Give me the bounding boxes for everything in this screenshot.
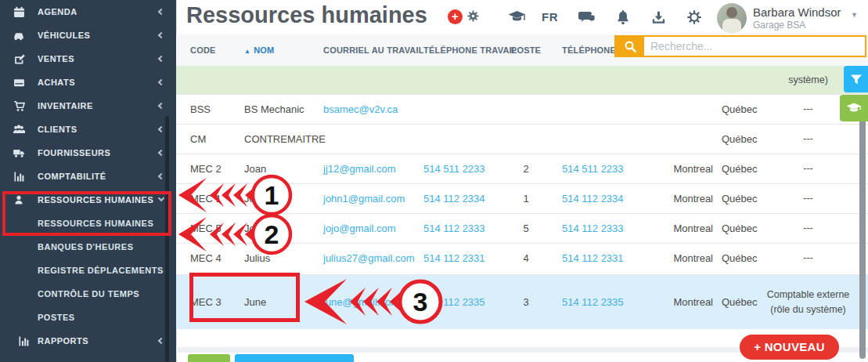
add-record-button[interactable]: + [448, 9, 463, 24]
sidebar: AGENDA VÉHICULES VENTES ACHATS INVENTAIR… [0, 0, 176, 362]
sidebar-item-inventaire[interactable]: INVENTAIRE [0, 94, 176, 118]
bell-icon[interactable] [614, 9, 632, 30]
chevron-left-icon [158, 9, 164, 15]
table-row-partial[interactable]: système) [176, 66, 868, 94]
role-cell-fragment: système) [759, 73, 857, 87]
page-settings-gear-icon[interactable] [466, 9, 480, 26]
sidebar-item-comptabilite[interactable]: COMPTABILITÉ [0, 165, 176, 188]
sort-ascending-icon: ▲ [244, 48, 250, 55]
sidebar-item-vehicules[interactable]: VÉHICULES [0, 24, 176, 47]
user-name[interactable]: Barbara Windsor [753, 5, 841, 19]
funnel-icon [850, 74, 863, 85]
sidebar-item-label: AGENDA [38, 7, 77, 16]
user-menu-caret-icon[interactable]: ▼ [851, 11, 858, 19]
sidebar-item-label: COMPTABILITÉ [38, 172, 106, 181]
search-button[interactable] [616, 37, 644, 56]
cell-phone-link[interactable]: 514 112 2334 [545, 193, 634, 205]
column-header-telephone-travail[interactable]: TÉLÉPHONE TRAVAIL [423, 45, 507, 55]
work-phone-link[interactable]: 514 112 2331 [423, 252, 507, 264]
cell-phone-link[interactable]: 514 112 2331 [545, 252, 634, 264]
sidebar-item-label: CLIENTS [38, 125, 77, 134]
search-icon [624, 40, 637, 53]
cell-phone-link[interactable]: 514 112 2335 [545, 296, 634, 308]
column-header-code[interactable]: CODE [190, 45, 244, 55]
truck-icon [13, 147, 25, 159]
cell-phone-link[interactable]: 514 511 2233 [545, 163, 634, 175]
table-row[interactable]: MEC 3 June june@gmail.com 514 112 2335 3… [176, 274, 868, 329]
sidebar-item-rapports[interactable]: RAPPORTS [0, 329, 176, 353]
sidebar-item-agenda[interactable]: AGENDA [0, 0, 176, 24]
sidebar-subitem-ressources-humaines[interactable]: RESSOURCES HUMAINES [0, 212, 176, 235]
cart-icon [13, 100, 25, 112]
filter-button[interactable] [844, 66, 868, 92]
car-icon [13, 29, 25, 42]
table-row[interactable]: CM CONTREMAITRE Québec --- [176, 124, 868, 154]
training-button[interactable] [840, 95, 868, 121]
work-phone-link[interactable]: 514 112 2333 [423, 223, 507, 234]
sidebar-item-label: VENTES [38, 54, 74, 63]
work-phone-link[interactable]: 514 112 2335 [423, 296, 507, 308]
sidebar-subitem-controle-du-temps[interactable]: CONTRÔLE DU TEMPS [0, 282, 176, 306]
chevron-left-icon [158, 32, 164, 38]
training-cap-icon[interactable] [507, 9, 527, 29]
user-company: Garage BSA [753, 20, 805, 31]
sidebar-item-label: FOURNISSEURS [38, 148, 110, 157]
chevron-down-icon [158, 195, 164, 201]
table-row[interactable]: MEC 1 John john1@gmail.com 514 112 2334 … [176, 183, 868, 213]
sidebar-subitem-banques-dheures[interactable]: BANQUES D'HEURES [0, 235, 176, 259]
users-icon [13, 123, 25, 136]
column-header-nom[interactable]: ▲NOM [244, 45, 323, 55]
sidebar-item-clients[interactable]: CLIENTS [0, 118, 176, 141]
edit-icon [13, 52, 25, 65]
sidebar-item-fournisseurs[interactable]: FOURNISSEURS [0, 141, 176, 165]
column-header-courriel[interactable]: COURRIEL AU TRAVAIL [323, 45, 423, 55]
column-header-poste[interactable]: POSTE [507, 45, 545, 55]
email-link[interactable]: bsamec@v2v.ca [323, 103, 423, 115]
email-link[interactable]: june@gmail.com [323, 296, 423, 308]
table-body: système) BSS BS Mechanic bsamec@v2v.ca Q… [176, 66, 868, 329]
new-record-button[interactable]: + NOUVEAU [740, 335, 839, 360]
table-row[interactable]: BSS BS Mechanic bsamec@v2v.ca Québec --- [176, 94, 868, 124]
email-link[interactable]: jj12@gmail.com [323, 163, 423, 175]
table-scrollbar[interactable] [859, 96, 866, 359]
work-phone-link[interactable]: 514 112 2334 [423, 193, 507, 205]
person-icon [13, 194, 25, 206]
table-row[interactable]: MEC 2 Joan jj12@gmail.com 514 511 2233 2… [176, 154, 868, 183]
sidebar-item-label: RESSOURCES HUMAINES [38, 195, 153, 205]
sidebar-item-label: INVENTAIRE [38, 101, 93, 110]
chevron-left-icon [158, 150, 164, 156]
chevron-left-icon [158, 79, 164, 85]
cell-phone-link[interactable]: 514 112 2333 [545, 223, 634, 234]
export-blue-button[interactable] [235, 354, 354, 362]
work-phone-link[interactable]: 514 511 2233 [423, 163, 507, 175]
chevron-left-icon [158, 338, 164, 344]
sidebar-scrollbar[interactable] [165, 116, 169, 362]
email-link[interactable]: john1@gmail.com [323, 193, 423, 205]
sidebar-item-ventes[interactable]: VENTES [0, 47, 176, 71]
chevron-left-icon [158, 56, 164, 62]
settings-gear-icon[interactable] [686, 9, 703, 29]
sidebar-item-label: ACHATS [38, 78, 75, 87]
download-icon[interactable] [650, 9, 668, 30]
search-box [614, 35, 866, 57]
bar-chart-icon [17, 335, 30, 347]
chevron-left-icon [158, 103, 164, 109]
sidebar-item-ressources-humaines[interactable]: RESSOURCES HUMAINES [0, 188, 176, 212]
purchases-icon [13, 76, 25, 89]
sidebar-subitem-registre-deplacements[interactable]: REGISTRE DÉPLACEMENTS [0, 259, 176, 282]
user-avatar[interactable] [717, 3, 747, 33]
search-input[interactable] [644, 37, 865, 56]
sidebar-subitem-postes[interactable]: POSTES [0, 306, 176, 329]
email-link[interactable]: jojo@gmail.com [323, 223, 423, 234]
table-row[interactable]: MEC 5 Jonas jojo@gmail.com 514 112 2333 … [176, 213, 868, 243]
sidebar-item-label: VÉHICULES [38, 31, 90, 40]
export-green-button[interactable] [188, 354, 230, 362]
table-row[interactable]: MEC 4 Julius julius27@gmail.com 514 112 … [176, 243, 868, 273]
chevron-left-icon [158, 173, 164, 179]
email-link[interactable]: julius27@gmail.com [323, 252, 423, 264]
sidebar-item-achats[interactable]: ACHATS [0, 71, 176, 94]
graduation-cap-icon [845, 101, 863, 116]
chat-icon[interactable] [578, 9, 596, 29]
hr-app: AGENDA VÉHICULES VENTES ACHATS INVENTAIR… [0, 0, 868, 362]
language-toggle[interactable]: FR [542, 10, 558, 24]
